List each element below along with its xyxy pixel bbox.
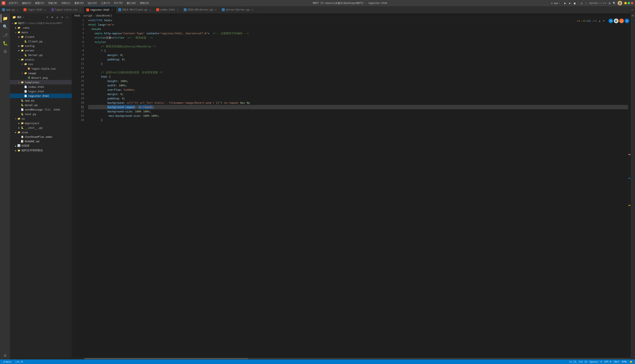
tree-item-readme[interactable]: 📝 README.md <box>10 139 72 144</box>
activity-explorer[interactable]: 📁 <box>1 14 9 22</box>
tree-item-chatroom[interactable]: 📋 ChatRoomPlan.emmx <box>10 134 72 139</box>
horizontal-scrollbar[interactable] <box>72 358 631 360</box>
menu-git[interactable]: Git(G) <box>113 1 125 5</box>
status-language[interactable]: HTML <box>621 360 628 363</box>
tree-item-send-message[interactable]: 📄 sendMessage (li) .html <box>10 107 72 112</box>
menu-nav[interactable]: 导航(N) <box>47 1 59 5</box>
tree-item-client[interactable]: ▶ 📁 client <box>10 34 72 39</box>
tree-item-templates[interactable]: ▾ 📁 templates <box>10 80 72 84</box>
search-btn[interactable]: 🔍 <box>612 1 616 5</box>
tab-close-login-html[interactable]: ✕ <box>44 8 47 11</box>
tab-close-server-py[interactable]: ✕ <box>214 8 217 11</box>
tab-login-css[interactable]: login-style.css ✕ <box>49 6 84 13</box>
firefox-icon[interactable]: 🦊 <box>619 18 624 23</box>
tree-item-temp-files[interactable]: ▶ 📁 临时文件和控制台 <box>10 148 72 153</box>
tree-item-config[interactable]: ▶ 📁 config <box>10 44 72 48</box>
tab-server-py[interactable]: 2024-06\Server.py ✕ <box>182 6 220 13</box>
stop-btn[interactable]: ■ <box>572 1 577 5</box>
status-git[interactable]: ⎇ main <box>2 360 12 363</box>
tree-item-xiao[interactable]: ▶ 📁 xiao <box>10 130 72 134</box>
menu-help[interactable]: 帮助(H) <box>138 1 151 5</box>
tab-close-app-py[interactable]: ✕ <box>16 8 19 11</box>
menu-edit[interactable]: 编辑(E) <box>20 1 33 5</box>
menu-run[interactable]: 运行(U) <box>86 1 99 5</box>
tree-item-css[interactable]: ▾ 📁 css <box>10 62 72 66</box>
tree-item-ext-libs[interactable]: ▶ 📊 外部库 <box>10 144 72 148</box>
close-sidebar-icon[interactable]: — <box>65 15 69 19</box>
status-errors[interactable]: ✕ 0 ⚠ 0 <box>15 360 24 363</box>
tab-close-index-html[interactable]: ✕ <box>176 8 179 11</box>
tree-item-image[interactable]: ▾ 📁 image <box>10 71 72 76</box>
activity-extensions[interactable]: ⧉ <box>1 47 9 56</box>
tree-item-index-html[interactable]: 📄 index.html <box>10 84 72 89</box>
tree-item-server[interactable]: ▶ 📁 server <box>10 48 72 53</box>
debug-run-btn[interactable]: ▶ <box>568 1 572 5</box>
tab-overflow[interactable]: ⋯ <box>630 6 635 13</box>
stop-red-btn[interactable]: ⬛ <box>584 1 588 5</box>
collapse-icon[interactable]: ⚙ <box>60 15 64 19</box>
tree-item-mysql-py[interactable]: 🐍 mysql.py <box>10 103 72 107</box>
tree-item-main[interactable]: ▾ 📁 main <box>10 30 72 34</box>
tab-register-html[interactable]: register.html ✕ <box>84 6 116 13</box>
activity-git[interactable]: ⎇ <box>1 31 9 39</box>
tree-item-su[interactable]: ▾ 📁 su <box>10 116 72 121</box>
translate-btn[interactable]: A <box>607 1 612 5</box>
tree-item-desert-png[interactable]: 🖼 Desert.png <box>10 76 72 80</box>
run-btn[interactable]: ▶ <box>563 1 567 5</box>
code-editor[interactable]: 1 ⌄ 2 3 4 5 <box>72 18 631 358</box>
tab-server-server[interactable]: server\Server.py ✕ <box>220 6 256 13</box>
tree-item-register-html[interactable]: 📄 register.html <box>10 94 72 98</box>
breadcrumb-script[interactable]: script <box>84 14 92 17</box>
tree-item-static[interactable]: ▾ 📁 static <box>10 57 72 62</box>
tab-close-login-css[interactable]: ✕ <box>79 8 82 11</box>
new-file-icon[interactable]: + <box>45 15 50 19</box>
refresh-icon[interactable]: ↺ <box>55 15 59 19</box>
edge-icon[interactable]: e <box>625 18 629 23</box>
tab-close-client-py[interactable]: ✕ <box>149 8 152 11</box>
tree-item-venv[interactable]: ▶ 📁 .venv <box>10 26 72 30</box>
tab-client-py[interactable]: 2024-06\Client.py ✕ <box>116 6 154 13</box>
menu-code[interactable]: 代码(C) <box>60 1 73 5</box>
status-notifications[interactable]: 🔔 <box>629 360 633 363</box>
breadcrumb-html[interactable]: html <box>75 14 81 17</box>
code-content[interactable]: <!DOCTYPE html> <html lang="en"> <head> … <box>86 18 628 358</box>
tab-app-py[interactable]: app.py ✕ <box>0 6 22 13</box>
activity-search[interactable]: 🔍 <box>1 22 9 31</box>
minimize-btn[interactable] <box>624 2 627 4</box>
status-spaces[interactable]: Spaces: 4 <box>589 360 603 363</box>
tree-item-mqtt[interactable]: ▾ 📁 MQTT C:\Users\肖羹月\Desktop\MQTT <box>10 21 72 26</box>
menu-file[interactable]: 文件(F) <box>7 1 20 5</box>
git-count-badge[interactable]: ⎇ 4 <box>592 20 596 22</box>
tree-item-login-css[interactable]: 🎨 login-style.css <box>10 66 72 71</box>
activity-settings[interactable]: ⚙ <box>1 351 9 360</box>
tree-item-server-py[interactable]: 🐍 Server.py <box>10 53 72 57</box>
tree-item-login-html[interactable]: 📄 login.html <box>10 89 72 94</box>
scroll-up-btn[interactable]: ▲ <box>598 19 601 23</box>
menu-refactor[interactable]: 重构(R) <box>73 1 86 5</box>
tab-close-server-server[interactable]: ✕ <box>251 8 254 11</box>
error-count-badge[interactable]: ✕ 4 <box>577 20 580 22</box>
right-scroll-bar[interactable] <box>628 18 631 358</box>
scroll-down-btn[interactable]: ▼ <box>602 19 606 23</box>
activity-debug[interactable]: 🐛 <box>1 39 9 47</box>
vscode-icon[interactable]: VS <box>608 18 613 23</box>
warn-count-badge[interactable]: ⚠ 13 <box>581 20 585 22</box>
tree-item-app-py[interactable]: 🐍 app.py <box>10 98 72 103</box>
tree-item-myproject[interactable]: ▶ 📁 myproject <box>10 121 72 126</box>
status-line-ending[interactable]: CRLF <box>613 360 620 363</box>
status-encoding[interactable]: UTF-8 <box>603 360 612 363</box>
menu-view[interactable]: 视图(V) <box>33 1 46 5</box>
close-btn[interactable] <box>631 2 633 4</box>
reload-btn[interactable]: ↺ <box>579 1 583 5</box>
chrome-icon[interactable] <box>614 18 618 23</box>
app-selector[interactable]: ⚙ app ▾ <box>549 2 562 5</box>
menu-window[interactable]: 窗口(W) <box>125 1 138 5</box>
breadcrumb-checkform[interactable]: checkForm() <box>96 14 112 17</box>
user-avatar[interactable]: 👤 <box>618 1 622 5</box>
tree-item-init-py[interactable]: ▶ 🐍 __init__.py <box>10 126 72 130</box>
new-folder-icon[interactable]: ⊕ <box>50 15 54 19</box>
info-count-badge[interactable]: ℹ 22 <box>587 20 591 22</box>
tree-item-client-py[interactable]: 🐍 Client.py <box>10 39 72 44</box>
menu-tools[interactable]: 工具(T) <box>99 1 112 5</box>
maximize-btn[interactable] <box>627 2 630 4</box>
